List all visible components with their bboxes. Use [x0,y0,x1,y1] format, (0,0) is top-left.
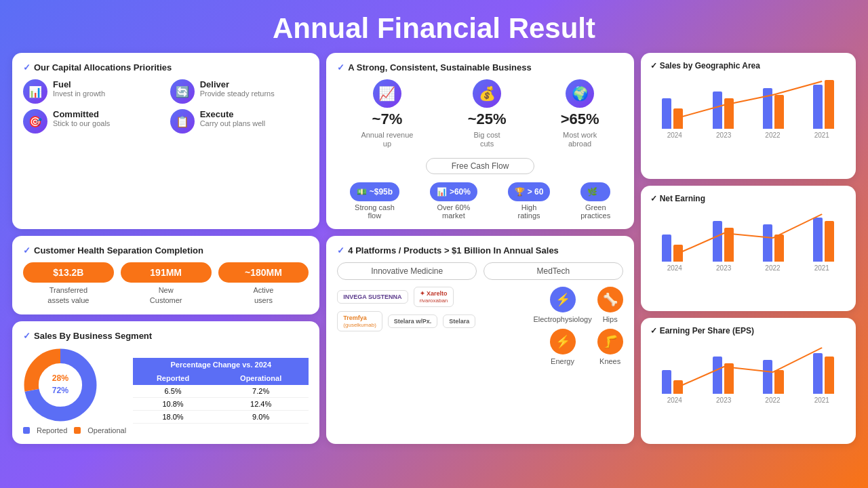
sales-biz-card: ✓ Sales By Business Segment 28% 72% Repo… [12,321,319,444]
sales-geo-card: ✓ Sales by Geographic Area [641,53,856,179]
invega-logo: INVEGA SUSTENNA [337,290,408,304]
cat-medtech: MedTech [484,262,623,280]
knees-icon: 🦵 [597,329,623,354]
eps-group-2021 [802,353,846,394]
cap-item-deliver: 🔄 Deliver Provide steady returns [170,79,309,104]
ne-blue-2023 [713,221,722,262]
row2-reported: 10.8% [133,398,213,411]
stelara2-logo: Stelara [443,314,475,328]
page-title: Annual Financial Result [0,0,868,53]
bar-group-2021 [802,80,846,129]
pct-table: Percentage Change vs. 2024 Reported Oper… [133,358,309,424]
col-reported: Reported [133,371,213,385]
fcf-metrics-row: 💵 ~$95b Strong cash flow 📊 >60% Over 60%… [337,182,623,220]
ne-group-2023 [701,221,745,262]
bar-orange-2024 [673,108,683,129]
eps-orange-2021 [825,357,834,394]
capital-allocations-card: ✓ Our Capital Allocations Priorities 📊 F… [12,53,319,229]
innovative-logos: INVEGA SUSTENNA ✦ Xareltorivaroxaban Tre… [337,287,526,331]
fcf-cash-badge: 💵 ~$95b [350,182,399,201]
ne-orange-2023 [724,228,734,262]
bar-blue-2024 [662,98,671,129]
ne-blue-2022 [763,224,772,262]
med-hips: 🦴 Hips [597,287,623,323]
hips-icon: 🦴 [597,287,623,312]
bar-orange-2023 [724,98,734,129]
logo-row-1: INVEGA SUSTENNA ✦ Xareltorivaroxaban [337,287,526,307]
sales-geo-title: ✓ Sales by Geographic Area [650,61,846,70]
logo-row-2: Tremfya(guselkumab) Stelara w/Px. Stelar… [337,311,526,331]
bar-blue-2021 [813,85,823,129]
fcf-market: 📊 >60% Over 60% market [430,182,477,220]
bar-group-2024 [650,98,695,129]
badge-users: ~180MM [218,262,309,283]
row2-operational: 12.4% [213,398,309,411]
metric-cost: 💰 ~25% Big cost cuts [468,79,507,148]
eps-orange-2022 [774,370,784,394]
right-charts-col: ✓ Sales by Geographic Area [641,53,856,444]
table-row: 6.5% 7.2% [133,385,309,398]
row3-reported: 18.0% [133,411,213,424]
ne-group-2021 [802,218,846,262]
check-icon-3: ✓ [23,245,31,256]
badge-label-users: Active users [218,285,309,305]
fcf-green: 🌿 Green practices [580,182,610,220]
pie-legend: Reported Operational [23,426,126,434]
svg-text:72%: 72% [52,386,69,395]
fcf-ratings: 🏆 > 60 High ratings [508,182,551,220]
eps-blue-2022 [763,360,772,394]
check-icon-5: ✓ [337,245,344,256]
operational-label: Operational [87,426,126,434]
fcf-market-badge: 📊 >60% [430,182,477,201]
fcf-ratings-badge: 🏆 > 60 [508,182,551,201]
pie-svg: 28% 72% [23,348,98,422]
cap-committed-text: Committed Stick to our goals [53,109,110,127]
check-icon: ✓ [23,62,31,73]
metric-abroad: 🌍 >65% Most work abroad [561,79,599,148]
med-electro: ⚡ Electrophysiology [533,287,591,323]
eps-group-2024 [650,370,695,394]
tremfya-logo: Tremfya(guselkumab) [337,311,382,331]
bar-blue-2023 [713,92,722,129]
eps-group-2022 [751,360,795,394]
cap-execute-text: Execute Carry out plans well [200,109,266,127]
metric-revenue: 📈 ~7% Annual revenue up [361,79,413,148]
fcf-green-badge: 🌿 [580,182,610,201]
platforms-title: ✓ 4 Platforms / Products > $1 Billion In… [337,245,623,256]
platforms-card: ✓ 4 Platforms / Products > $1 Billion In… [326,236,633,444]
med-energy: ⚡ Energy [533,329,591,365]
eps-blue-2021 [813,353,823,394]
ne-blue-2021 [813,218,823,262]
bar-orange-2021 [825,80,834,129]
medtech-icons: ⚡ Electrophysiology 🦴 Hips ⚡ Energy 🦵 Kn… [533,287,623,365]
fcf-label-wrap: Free Cash Flow [337,154,623,178]
check-icon-4: ✓ [23,331,31,341]
plat-categories: Innovative Medicine MedTech [337,262,623,280]
eps-card: ✓ Earning Per Share (EPS) [641,318,856,444]
pct-table-wrap: Percentage Change vs. 2024 Reported Oper… [133,358,309,424]
sales-geo-chart: 2024 2023 2022 2021 [650,75,846,139]
row3-operational: 9.0% [213,411,309,424]
fuel-icon: 📊 [23,79,47,104]
table-row: 18.0% 9.0% [133,411,309,424]
row1-reported: 6.5% [133,385,213,398]
table-header: Percentage Change vs. 2024 [133,358,309,371]
cust-health-title: ✓ Customer Health Separation Completion [23,245,309,256]
abroad-icon: 🌍 [566,79,594,108]
revenue-icon: 📈 [373,79,401,108]
cat-innovative: Innovative Medicine [337,262,477,280]
pie-section: 28% 72% Reported Operational [23,348,126,434]
ne-blue-2024 [662,235,671,262]
ne-orange-2022 [774,235,784,262]
badge-customer: 191MM [121,262,212,283]
operational-dot [74,427,81,434]
net-earning-labels: 2024 2023 2022 2021 [650,264,846,272]
med-icons-grid: ⚡ Electrophysiology 🦴 Hips ⚡ Energy 🦵 Kn… [533,287,623,365]
ne-group-2024 [650,235,695,262]
row1-operational: 7.2% [213,385,309,398]
net-earning-bars [650,207,846,262]
col-operational: Operational [213,371,309,385]
energy-icon: ⚡ [550,329,576,354]
xarelto-logo: ✦ Xareltorivaroxaban [414,287,454,307]
cap-item-fuel: 📊 Fuel Invest in growth [23,79,162,104]
